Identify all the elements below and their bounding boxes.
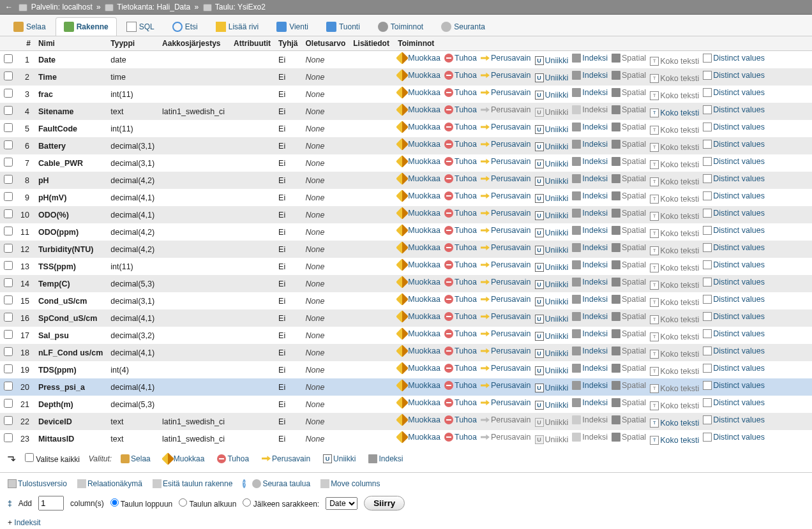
edit-link[interactable]: Muokkaa — [398, 364, 440, 373]
primary-link[interactable]: Perusavain — [481, 295, 531, 304]
breadcrumb-table[interactable]: YsiExo2 — [237, 3, 266, 11]
row-checkbox[interactable] — [4, 416, 13, 425]
row-checkbox[interactable] — [4, 244, 13, 253]
distinct-link[interactable]: Distinct values — [703, 88, 765, 97]
index-link[interactable]: Indeksi — [572, 364, 608, 373]
relation-view-link[interactable]: Relaationäkymä — [77, 479, 142, 488]
drop-link[interactable]: Tuhoa — [444, 260, 477, 269]
primary-link[interactable]: Perusavain — [481, 329, 531, 338]
drop-link[interactable]: Tuhoa — [444, 123, 477, 131]
fulltext-link[interactable]: TKoko teksti — [650, 108, 699, 117]
opt-after[interactable]: Jälkeen sarakkeen: — [243, 498, 319, 509]
fulltext-link[interactable]: TKoko teksti — [650, 419, 699, 428]
primary-link[interactable]: Perusavain — [481, 123, 531, 131]
primary-link[interactable]: Perusavain — [481, 157, 531, 166]
tab-browse[interactable]: Selaa — [5, 17, 54, 36]
primary-link[interactable]: Perusavain — [481, 278, 531, 287]
index-link[interactable]: Indeksi — [572, 209, 608, 218]
edit-link[interactable]: Muokkaa — [398, 140, 440, 149]
distinct-link[interactable]: Distinct values — [703, 295, 765, 304]
unique-link[interactable]: UUniikki — [535, 384, 569, 392]
drop-link[interactable]: Tuhoa — [444, 88, 477, 97]
distinct-link[interactable]: Distinct values — [703, 123, 765, 131]
edit-link[interactable]: Muokkaa — [398, 312, 440, 321]
unique-link[interactable]: UUniikki — [535, 315, 569, 324]
unique-link[interactable]: UUniikki — [535, 228, 569, 237]
unique-link[interactable]: UUniikki — [535, 177, 569, 186]
distinct-link[interactable]: Distinct values — [703, 209, 765, 218]
row-checkbox[interactable] — [4, 399, 13, 408]
primary-link[interactable]: Perusavain — [481, 140, 531, 149]
distinct-link[interactable]: Distinct values — [703, 191, 765, 200]
sel-primary[interactable]: Perusavain — [262, 454, 310, 463]
drop-link[interactable]: Tuhoa — [444, 71, 477, 80]
unique-link[interactable]: UUniikki — [535, 401, 569, 410]
row-checkbox[interactable] — [4, 227, 13, 235]
edit-link[interactable]: Muokkaa — [398, 243, 440, 252]
edit-link[interactable]: Muokkaa — [398, 105, 440, 114]
distinct-link[interactable]: Distinct values — [703, 54, 765, 63]
distinct-link[interactable]: Distinct values — [703, 278, 765, 287]
indexes-toggle[interactable]: + Indeksit — [0, 514, 812, 529]
row-checkbox[interactable] — [4, 330, 13, 339]
edit-link[interactable]: Muokkaa — [398, 398, 440, 407]
edit-link[interactable]: Muokkaa — [398, 174, 440, 183]
index-link[interactable]: Indeksi — [572, 398, 608, 407]
drop-link[interactable]: Tuhoa — [444, 381, 477, 390]
primary-link[interactable]: Perusavain — [481, 191, 531, 200]
primary-link[interactable]: Perusavain — [481, 209, 531, 218]
row-checkbox[interactable] — [4, 261, 13, 270]
edit-link[interactable]: Muokkaa — [398, 433, 440, 442]
index-link[interactable]: Indeksi — [572, 88, 608, 97]
tab-tracking[interactable]: Seuranta — [433, 17, 493, 36]
primary-link[interactable]: Perusavain — [481, 312, 531, 321]
unique-link[interactable]: UUniikki — [535, 332, 569, 341]
drop-link[interactable]: Tuhoa — [444, 209, 477, 218]
distinct-link[interactable]: Distinct values — [703, 105, 765, 114]
index-link[interactable]: Indeksi — [572, 174, 608, 183]
drop-link[interactable]: Tuhoa — [444, 433, 477, 442]
index-link[interactable]: Indeksi — [572, 226, 608, 235]
check-all[interactable]: Valitse kaikki — [25, 453, 80, 464]
opt-at-begin[interactable]: Taulun alkuun — [179, 498, 236, 509]
distinct-link[interactable]: Distinct values — [703, 312, 765, 321]
row-checkbox[interactable] — [4, 140, 13, 149]
distinct-link[interactable]: Distinct values — [703, 433, 765, 442]
distinct-link[interactable]: Distinct values — [703, 140, 765, 149]
distinct-link[interactable]: Distinct values — [703, 174, 765, 183]
primary-link[interactable]: Perusavain — [481, 88, 531, 97]
index-link[interactable]: Indeksi — [572, 123, 608, 131]
drop-link[interactable]: Tuhoa — [444, 105, 477, 114]
index-link[interactable]: Indeksi — [572, 191, 608, 200]
edit-link[interactable]: Muokkaa — [398, 123, 440, 131]
primary-link[interactable]: Perusavain — [481, 364, 531, 373]
tab-operations[interactable]: Toiminnot — [370, 17, 432, 36]
unique-link[interactable]: UUniikki — [535, 91, 569, 100]
row-checkbox[interactable] — [4, 295, 13, 304]
propose-structure-link[interactable]: Esitä taulun rakenne — [153, 479, 232, 488]
sel-index[interactable]: Indeksi — [368, 454, 403, 463]
indexes-link[interactable]: Indeksit — [14, 518, 40, 527]
distinct-link[interactable]: Distinct values — [703, 346, 765, 355]
unique-link[interactable]: UUniikki — [535, 280, 569, 289]
unique-link[interactable]: UUniikki — [535, 211, 569, 220]
tab-sql[interactable]: SQL — [118, 17, 163, 36]
row-checkbox[interactable] — [4, 123, 13, 132]
index-link[interactable]: Indeksi — [572, 140, 608, 149]
edit-link[interactable]: Muokkaa — [398, 191, 440, 200]
edit-link[interactable]: Muokkaa — [398, 157, 440, 166]
after-column-select[interactable]: Date — [326, 497, 357, 510]
sel-drop[interactable]: Tuhoa — [217, 454, 249, 463]
drop-link[interactable]: Tuhoa — [444, 364, 477, 373]
edit-link[interactable]: Muokkaa — [398, 278, 440, 287]
index-link[interactable]: Indeksi — [572, 260, 608, 269]
tab-insert[interactable]: Lisää rivi — [207, 17, 267, 36]
row-checkbox[interactable] — [4, 364, 13, 373]
index-link[interactable]: Indeksi — [572, 346, 608, 355]
primary-link[interactable]: Perusavain — [481, 260, 531, 269]
drop-link[interactable]: Tuhoa — [444, 295, 477, 304]
edit-link[interactable]: Muokkaa — [398, 329, 440, 338]
unique-link[interactable]: UUniikki — [535, 56, 569, 65]
tab-export[interactable]: Vienti — [268, 17, 317, 36]
row-checkbox[interactable] — [4, 347, 13, 356]
